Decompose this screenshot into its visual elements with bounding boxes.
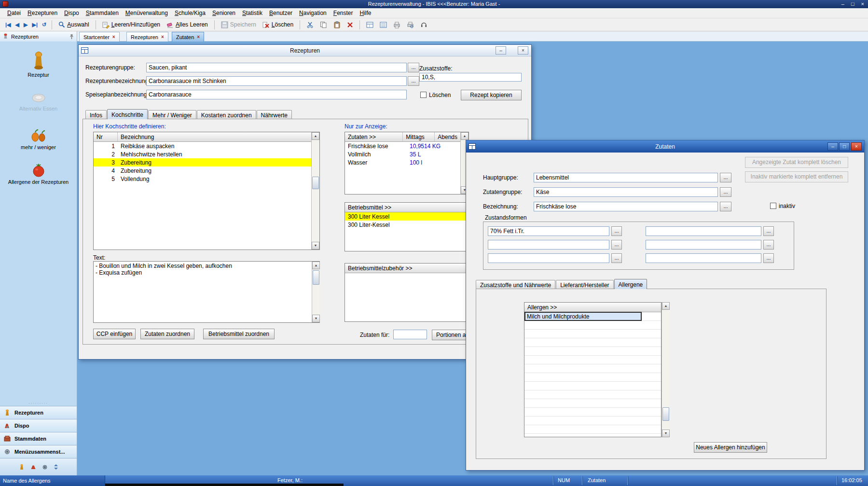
sidebar-stack-menuezusammenstellung[interactable]: Menüzusammenst... xyxy=(0,445,77,458)
paste-button[interactable] xyxy=(331,20,343,30)
app-maximize-button[interactable]: □ xyxy=(851,0,854,8)
menu-rezepturen[interactable]: Rezepturen xyxy=(24,9,61,17)
print-preview-button[interactable] xyxy=(404,20,416,30)
loeschen-button[interactable]: Löschen xyxy=(260,20,296,30)
sidebar-item-alternativ-essen[interactable]: Alternativ Essen xyxy=(0,91,77,111)
speichern-button[interactable]: Speichern xyxy=(219,20,259,30)
hauptgruppe-browse-button[interactable]: ... xyxy=(720,173,731,182)
rezepturengruppe-browse-button[interactable]: ... xyxy=(408,63,419,72)
print-button[interactable] xyxy=(391,20,403,30)
ccp-einfuegen-button[interactable]: CCP einfügen xyxy=(93,329,136,339)
kochschritte-scrollbar[interactable]: ▲ ▼ xyxy=(311,132,319,250)
zustandsform-browse-5[interactable]: ... xyxy=(763,240,774,250)
nav-prev-button[interactable]: ◀ xyxy=(14,21,21,29)
neues-allergen-button[interactable]: Neues Allergen hinzufügen xyxy=(694,442,767,453)
nav-last-button[interactable]: ▶| xyxy=(30,21,39,29)
menu-benutzer[interactable]: Benutzer xyxy=(266,9,296,17)
sidebar-item-mehr-weniger[interactable]: mehr / weniger xyxy=(0,128,77,150)
tab-startcenter[interactable]: Startcenter × xyxy=(79,32,120,42)
leeren-hinzufuegen-button[interactable]: Leeren/Hinzufügen xyxy=(100,20,163,30)
menu-stammdaten[interactable]: Stammdaten xyxy=(83,9,122,17)
app-close-button[interactable]: × xyxy=(861,0,864,8)
sidebar-stack-rezepturen[interactable]: Rezepturen xyxy=(0,406,77,419)
betriebsmittel-row[interactable]: 300 Liter-Kessel xyxy=(345,221,479,229)
zustandsform-browse-2[interactable]: ... xyxy=(611,240,622,250)
scroll-up-icon[interactable]: ▲ xyxy=(312,132,319,140)
betriebsmittel-row-selected[interactable]: 300 Liter Kessel xyxy=(345,212,479,221)
tab-zusatzstoffe-naehrwerte[interactable]: Zusatzstoffe und Nährwerte xyxy=(476,280,555,289)
zutatengruppe-input[interactable] xyxy=(534,187,718,197)
sidebar-stack-stammdaten[interactable]: Stammdaten xyxy=(0,432,77,445)
scroll-thumb[interactable] xyxy=(312,177,319,189)
tab-mehr-weniger[interactable]: Mehr / Weniger xyxy=(148,110,196,119)
hauptgruppe-input[interactable] xyxy=(534,173,718,182)
column-header-betriebsmittel[interactable]: Betriebsmittel >> xyxy=(345,203,479,212)
kochschritt-row-selected[interactable]: 3 Zubereitung xyxy=(94,158,311,167)
kochschritt-row[interactable]: 5 Vollendung xyxy=(94,175,311,183)
menu-navigation[interactable]: Navigation xyxy=(296,9,330,17)
loeschen-checkbox[interactable] xyxy=(420,92,427,98)
zusatzstoffe-input[interactable] xyxy=(419,73,522,82)
scroll-thumb[interactable] xyxy=(662,407,669,421)
alles-leeren-button[interactable]: Alles Leeren xyxy=(164,20,210,30)
pin-icon[interactable] xyxy=(69,34,74,40)
sidebar-item-allergene[interactable]: Allergene der Rezepturen xyxy=(0,163,77,185)
expand-arrows-icon[interactable] xyxy=(54,464,58,470)
nav-first-button[interactable]: |◀ xyxy=(4,21,13,29)
sidebar-header[interactable]: Rezepturen xyxy=(0,31,77,42)
sidebar-splitter[interactable]: ......... xyxy=(0,400,77,404)
zutaten-zuordnen-button[interactable]: Zutaten zuordnen xyxy=(140,329,194,339)
column-header-zutaten[interactable]: Zutaten >> xyxy=(345,132,403,141)
bezeichnung-browse-button[interactable]: ... xyxy=(720,202,731,211)
menu-menueverwaltung[interactable]: Menüverwaltung xyxy=(122,9,171,17)
zustandsform-input-6[interactable] xyxy=(646,253,761,263)
betriebsmittel-zuordnen-button[interactable]: Betriebsmittel zuordnen xyxy=(203,329,275,339)
zutaten-maximize-button[interactable]: □ xyxy=(839,142,850,151)
zutaten-minimize-button[interactable]: – xyxy=(827,142,838,151)
tab-close-icon[interactable]: × xyxy=(112,34,115,40)
zutatengruppe-browse-button[interactable]: ... xyxy=(720,187,731,197)
rezeptur-mini-icon[interactable] xyxy=(19,464,25,471)
dispo-mini-icon[interactable] xyxy=(30,464,36,470)
table-view-button[interactable] xyxy=(364,20,376,30)
rezepturen-close-button[interactable]: × xyxy=(518,46,528,55)
clear-x-button[interactable] xyxy=(344,20,356,29)
zustandsform-input-5[interactable] xyxy=(646,240,761,250)
scroll-down-icon[interactable]: ▼ xyxy=(312,242,319,250)
inaktiv-checkbox[interactable] xyxy=(770,203,776,209)
tab-allergene[interactable]: Allergene xyxy=(614,279,648,289)
tab-close-icon[interactable]: × xyxy=(161,34,164,40)
scroll-up-icon[interactable]: ▲ xyxy=(461,132,468,140)
sidebar-stack-dispo[interactable]: Dispo xyxy=(0,419,77,432)
zustandsform-browse-6[interactable]: ... xyxy=(763,253,774,263)
speiseplanbezeichnung-input[interactable] xyxy=(146,90,407,99)
sidebar-item-rezeptur[interactable]: Rezeptur xyxy=(0,51,77,78)
zutaten-fuer-input[interactable] xyxy=(393,330,427,339)
kochschritt-row[interactable]: 2 Mehlschwitze herstellen xyxy=(94,150,311,158)
phone-support-button[interactable] xyxy=(418,20,430,30)
tab-kostarten-zuordnen[interactable]: Kostarten zuordnen xyxy=(197,110,256,119)
rezepturenbezeichnung-input[interactable] xyxy=(146,76,407,86)
menu-dispo[interactable]: Dispo xyxy=(61,9,83,17)
tab-infos[interactable]: Infos xyxy=(85,110,107,119)
zustandsform-input-1[interactable] xyxy=(488,226,609,236)
zutaten-window-titlebar[interactable]: Zutaten – □ × xyxy=(466,140,864,153)
kochschritt-row[interactable]: 4 Zubereitung xyxy=(94,167,311,175)
nav-next-button[interactable]: ▶ xyxy=(22,21,29,29)
app-titlebar[interactable]: Rezepturenverwaltung - IBIS <<<Benutzer:… xyxy=(0,0,868,8)
zutat-row[interactable]: Frischkäse lose 10,9514 KG xyxy=(345,142,460,150)
bezeichnung-input[interactable] xyxy=(534,202,718,211)
scroll-up-icon[interactable]: ▲ xyxy=(312,262,320,269)
list-view-button[interactable] xyxy=(377,20,389,30)
settings-mini-icon[interactable] xyxy=(42,464,48,470)
zustandsform-browse-1[interactable]: ... xyxy=(611,226,622,236)
menu-statistik[interactable]: Statistik xyxy=(239,9,266,17)
copy-button[interactable] xyxy=(317,20,330,30)
menu-datei[interactable]: Datei xyxy=(4,9,24,17)
column-header-allergen[interactable]: Allergen >> xyxy=(524,303,661,312)
zutat-row[interactable]: Wasser 100 l xyxy=(345,158,460,167)
app-minimize-button[interactable]: – xyxy=(841,0,844,8)
menu-hilfe[interactable]: Hilfe xyxy=(356,9,374,17)
zutat-komplett-loeschen-button[interactable]: Angezeigte Zutat komplett löschen xyxy=(745,157,848,168)
rezepturenbezeichnung-browse-button[interactable]: ... xyxy=(408,76,419,86)
